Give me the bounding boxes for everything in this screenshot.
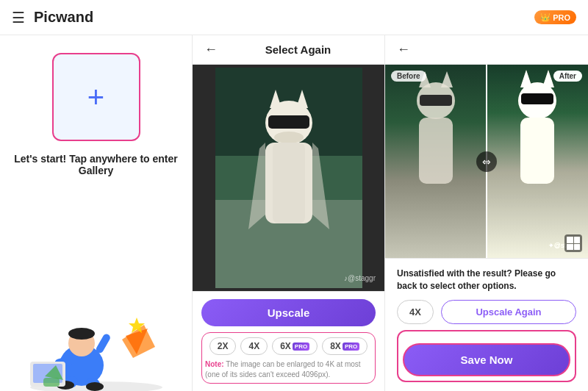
after-side: After ✦@staggr [487, 65, 588, 258]
bottom-controls: Upscale 2X 4X 6XPRO 8XPRO Note: The imag… [193, 291, 384, 391]
main-content: + Let's start! Tap anywhere to enter Gal… [0, 35, 588, 391]
scale-options-wrapper: 2X 4X 6XPRO 8XPRO Note: The image can be… [201, 332, 376, 384]
scale-6x-button[interactable]: 6XPRO [272, 337, 318, 355]
middle-back-icon[interactable]: ← [204, 42, 218, 57]
before-label: Before [391, 71, 426, 82]
scale-6x-pro-badge: PRO [293, 342, 309, 351]
right-bottom: Unsatisfied with the result? Please go b… [385, 258, 588, 391]
middle-nav: ← Select Again [193, 35, 384, 65]
save-now-wrapper: Save Now [397, 330, 576, 382]
middle-image-preview: ♪@staggr [193, 65, 384, 291]
crown-icon: 👑 [540, 12, 551, 22]
before-side: Before [385, 65, 487, 258]
right-back-icon[interactable]: ← [397, 42, 410, 57]
app-header: ☰ Picwand 👑 PRO [0, 0, 588, 35]
middle-nav-title: Select Again [223, 43, 373, 56]
illustration-svg [8, 295, 184, 391]
grid-cell-4 [574, 244, 581, 251]
scale-note: Note: The image can be enlarged to 4K at… [205, 359, 372, 380]
scale-8x-pro-badge: PRO [343, 342, 359, 351]
note-label: Note: [205, 360, 224, 368]
upload-instruction: Let's start! Tap anywhere to enter Galle… [12, 153, 180, 176]
svg-point-24 [274, 132, 304, 143]
scale-4x-button[interactable]: 4X [240, 337, 268, 355]
after-label: After [553, 71, 582, 82]
pro-badge: 👑 PRO [534, 10, 576, 24]
note-content: The image can be enlarged to 4K at most … [205, 360, 361, 379]
svg-rect-9 [95, 333, 112, 354]
svg-rect-39 [521, 93, 553, 104]
before-after-container: Before After [385, 65, 588, 258]
scale-8x-button[interactable]: 8XPRO [322, 337, 368, 355]
illustration [0, 288, 192, 391]
grid-cell-3 [567, 244, 573, 251]
divider-handle[interactable]: ⇔ [476, 151, 497, 172]
middle-watermark: ♪@staggr [344, 274, 376, 282]
svg-point-5 [86, 382, 104, 391]
upload-area[interactable]: + [52, 53, 140, 141]
grid-cell-1 [567, 237, 573, 243]
before-batman-svg [388, 65, 484, 248]
svg-rect-26 [273, 143, 305, 223]
svg-rect-40 [520, 118, 554, 184]
scale-options: 2X 4X 6XPRO 8XPRO [205, 337, 372, 355]
left-panel: + Let's start! Tap anywhere to enter Gal… [0, 35, 193, 391]
plus-icon: + [87, 82, 104, 112]
right-panel: ← Before After [385, 35, 588, 391]
batman-preview-svg [215, 68, 362, 288]
upscale-again-button[interactable]: Upscale Again [441, 300, 576, 324]
grid-cell-2 [574, 237, 581, 243]
svg-rect-16 [43, 378, 60, 387]
menu-icon[interactable]: ☰ [12, 9, 25, 26]
svg-rect-23 [268, 115, 309, 129]
right-nav: ← [385, 35, 588, 65]
upscale-button[interactable]: Upscale [201, 299, 376, 326]
after-batman-svg [490, 65, 585, 248]
app-logo: Picwand [34, 9, 526, 26]
pro-label: PRO [553, 13, 570, 22]
save-now-button[interactable]: Save Now [403, 343, 570, 376]
unsatisfied-text: Unsatisfied with the result? Please go b… [397, 268, 576, 293]
right-action-row: 4X Upscale Again [397, 300, 576, 324]
svg-point-7 [68, 328, 95, 340]
scale-2x-button[interactable]: 2X [209, 337, 237, 355]
right-scale-4x-button[interactable]: 4X [397, 300, 434, 324]
svg-rect-34 [419, 118, 453, 184]
grid-icon[interactable] [564, 234, 582, 252]
svg-rect-33 [420, 95, 452, 106]
middle-panel: ← Select Again [193, 35, 385, 391]
